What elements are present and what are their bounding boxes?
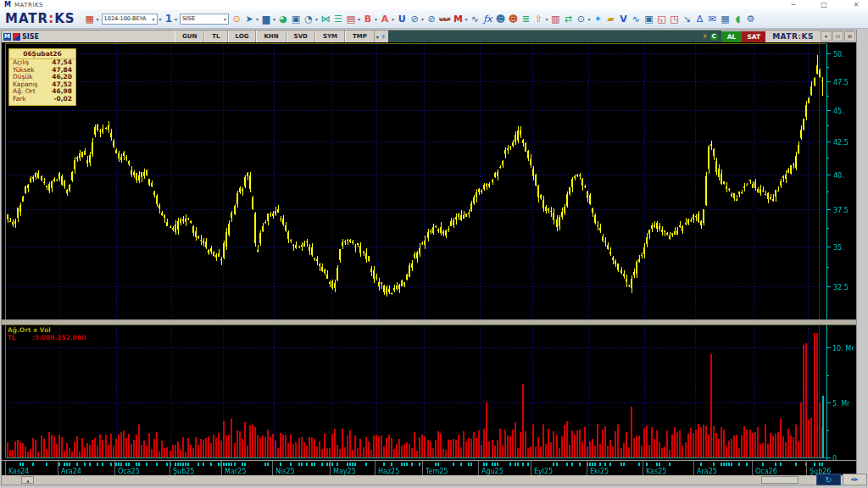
share-twitter-icon[interactable]: ✦ xyxy=(381,33,387,41)
settings-gears-icon[interactable]: ⚙ xyxy=(745,14,755,24)
refresh-icon[interactable]: C xyxy=(710,33,718,41)
volume-total-value: :5.089.252.000 xyxy=(32,334,86,341)
period-caret-icon[interactable]: ▾ xyxy=(175,16,177,22)
volume-currency-label: TL xyxy=(8,334,16,341)
chart-mode-button-gun[interactable]: GUN xyxy=(175,30,204,42)
symbol-flag-icon xyxy=(13,33,20,41)
chart-mode-button-log[interactable]: LOG xyxy=(228,30,257,42)
chart-close-button[interactable]: ⊠ xyxy=(844,31,855,42)
chart-window-icon[interactable]: ∿ xyxy=(470,14,480,24)
main-toolbar: MATR:KS ▦▾1024-100-BEYA▾▾1▾SISE▾⊙➤▾▆▾◕▣◔… xyxy=(0,9,868,29)
u-icon[interactable]: U xyxy=(397,14,407,24)
depth-list-icon[interactable]: ☰ xyxy=(333,14,343,24)
minimize-button[interactable]: ─ xyxy=(788,1,798,8)
chart-analysis-icon[interactable]: ∿ xyxy=(631,14,641,24)
next-bar-icon: ▸ xyxy=(855,475,860,483)
layout-select[interactable]: 1024-100-BEYA▾ xyxy=(102,14,158,25)
scrollbar-thumb[interactable] xyxy=(761,476,798,484)
cursor-icon[interactable]: ➤ xyxy=(244,14,254,24)
alarm-bell-icon[interactable]: Δ xyxy=(694,14,704,24)
people-icon[interactable]: ☻ xyxy=(508,14,518,24)
clock-icon-caret[interactable]: ▾ xyxy=(315,16,318,22)
ask-a-icon[interactable]: A xyxy=(380,14,390,24)
chart-mode-button-tl[interactable]: TL xyxy=(204,30,227,42)
percent-icon[interactable]: ⊘ xyxy=(409,14,420,24)
window-collapse-icon[interactable]: ↘ xyxy=(682,14,692,24)
chart-type-icon[interactable]: ▆ xyxy=(261,14,271,24)
symbol-combobox[interactable]: SISE▾ xyxy=(180,14,229,25)
toolbar-icon-strip: ▦▾1024-100-BEYA▾▾1▾SISE▾⊙➤▾▆▾◕▣◔▾⋈☰▤▾B▾A… xyxy=(85,13,756,25)
news-icon[interactable]: ▤ xyxy=(346,14,356,24)
folder-icon[interactable]: ▰ xyxy=(605,14,615,24)
horizontal-scrollbar[interactable]: ◂ xyxy=(2,475,856,485)
sell-button[interactable]: SAT xyxy=(742,31,765,42)
chart-window-header: M SISE GUNTLLOGKHNSVDSYMTMP ▾ ✦ ⚡ C AL S… xyxy=(2,30,856,42)
handshake-icon[interactable]: ⋈ xyxy=(320,14,331,24)
buy-button[interactable]: AL xyxy=(721,31,743,42)
chevron-down-icon[interactable]: ▾ xyxy=(376,34,379,40)
close-button[interactable]: × xyxy=(851,1,861,8)
chart-restore-button[interactable]: ⊡ xyxy=(832,31,843,42)
bid-b-icon[interactable]: B xyxy=(363,14,373,24)
v-icon[interactable]: V xyxy=(618,14,628,24)
chat-icon[interactable]: ◖ xyxy=(732,14,743,24)
chart-header-buttons: GUNTLLOGKHNSVDSYMTMP xyxy=(175,30,375,42)
chart-mode-button-tmp[interactable]: TMP xyxy=(345,30,375,42)
chart-mode-button-khn[interactable]: KHN xyxy=(256,30,286,42)
percent2-icon[interactable]: ⊘ xyxy=(426,14,437,24)
monitor-alert-icon[interactable]: ▣ xyxy=(643,14,654,24)
matriks-application-window: M MATRIKS ─ □ × MATR:KS ▦▾1024-100-BEYA▾… xyxy=(0,0,868,488)
chart-canvas[interactable] xyxy=(2,42,856,475)
person-icon[interactable]: ☻ xyxy=(495,14,505,24)
ask-a-icon-caret[interactable]: ▾ xyxy=(392,16,394,22)
save-icon[interactable]: ▦ xyxy=(85,14,95,24)
bid-b-icon-caret[interactable]: ▾ xyxy=(375,16,377,22)
save-icon-caret[interactable]: ▾ xyxy=(97,16,99,22)
period-select[interactable]: 1 xyxy=(165,13,172,25)
matriks-m-icon[interactable]: M xyxy=(453,14,463,24)
window-resize-icon[interactable]: ◱ xyxy=(656,14,666,24)
scroll-left-button[interactable]: ◂ xyxy=(21,476,34,484)
fx-icon[interactable]: ƒx xyxy=(482,14,492,24)
matriks-m-icon-caret[interactable]: ▾ xyxy=(465,16,467,22)
zoom-icon[interactable]: ⊙ xyxy=(231,14,242,24)
cursor-icon-caret[interactable]: ▾ xyxy=(256,16,259,22)
upload-box-icon[interactable]: ⇧ xyxy=(533,14,543,24)
window-resize2-icon[interactable]: ◳ xyxy=(669,14,679,24)
restore-button[interactable]: □ xyxy=(819,1,829,8)
mail-icon[interactable]: ✉ xyxy=(707,14,717,24)
vap-icon[interactable]: VAP xyxy=(439,14,450,24)
currency-convert-icon[interactable]: ⇄ xyxy=(563,14,573,24)
bar-navigation[interactable]: ◂▸ xyxy=(843,474,867,485)
sync-icon[interactable]: ↻ xyxy=(816,474,841,485)
chart-header-filler: ⚡ C xyxy=(388,30,721,42)
chart-matriks-logo: MATR:KS xyxy=(772,32,814,41)
volume-pane-title: Ağ.Ort x Vol xyxy=(8,326,51,334)
chart-mode-button-svd[interactable]: SVD xyxy=(287,30,315,42)
app-m-logo-icon: M xyxy=(4,1,11,8)
upload-box-icon-caret[interactable]: ▾ xyxy=(545,16,548,22)
window-titlebar: M MATRIKS ─ □ × xyxy=(0,0,868,9)
ohlc-info-box: 06Şubat26 Açılış47,54Yüksek47,84Düşük46,… xyxy=(8,48,76,106)
chart-dropdown-button[interactable]: ▾ xyxy=(821,31,832,42)
window-title: MATRIKS xyxy=(14,2,43,8)
chart-mode-button-sym[interactable]: SYM xyxy=(315,30,345,42)
chart-type-icon-caret[interactable]: ▾ xyxy=(273,16,275,22)
percent-icon-caret[interactable]: ▾ xyxy=(421,16,424,22)
signal-bars-icon[interactable]: ≣ xyxy=(520,14,531,24)
search2-icon[interactable]: ⊙ xyxy=(576,14,586,24)
chart-m-icon: M xyxy=(3,33,11,41)
documents-icon[interactable]: ▥ xyxy=(550,14,560,24)
matriks-logo: MATR:KS xyxy=(5,11,75,26)
news-icon-caret[interactable]: ▾ xyxy=(358,16,360,22)
clock-icon[interactable]: ◔ xyxy=(303,14,314,24)
pie-chart-icon[interactable]: ◕ xyxy=(278,14,288,24)
fast-order-lightning-icon[interactable]: ⚡ xyxy=(702,32,707,41)
calculator-icon[interactable]: ▦ xyxy=(720,14,730,24)
chart-symbol-label: SISE xyxy=(22,33,39,41)
pane-splitter[interactable] xyxy=(2,319,856,325)
layout-caret-icon[interactable]: ▾ xyxy=(159,16,162,22)
search2-icon-caret[interactable]: ▾ xyxy=(587,16,590,22)
twitter-icon[interactable]: ✦ xyxy=(593,14,603,24)
monitor-icon[interactable]: ▣ xyxy=(291,14,301,24)
